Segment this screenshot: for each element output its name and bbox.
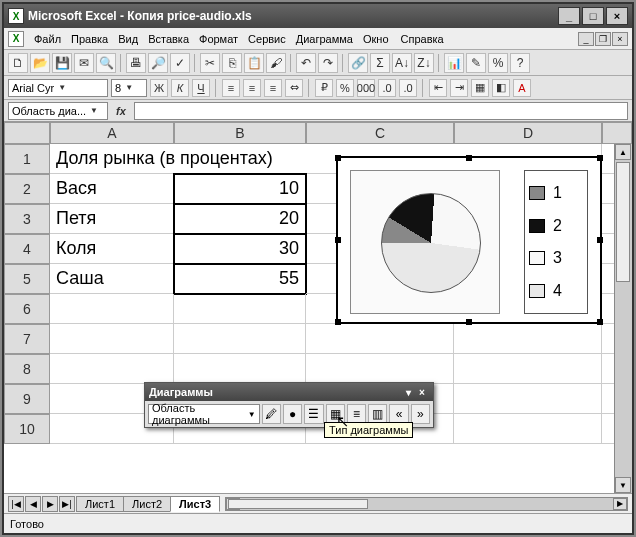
menu-help[interactable]: Справка bbox=[401, 33, 444, 45]
cell-B8[interactable] bbox=[174, 354, 306, 384]
maximize-button[interactable]: □ bbox=[582, 7, 604, 25]
resize-handle[interactable] bbox=[335, 319, 341, 325]
row-header-5[interactable]: 5 bbox=[4, 264, 50, 294]
save-icon[interactable]: 💾 bbox=[52, 53, 72, 73]
menu-view[interactable]: Вид bbox=[118, 33, 138, 45]
spell-icon[interactable]: ✓ bbox=[170, 53, 190, 73]
paste-icon[interactable]: 📋 bbox=[244, 53, 264, 73]
resize-handle[interactable] bbox=[466, 155, 472, 161]
scroll-thumb[interactable] bbox=[228, 499, 368, 509]
menu-edit[interactable]: Правка bbox=[71, 33, 108, 45]
help-icon[interactable]: ? bbox=[510, 53, 530, 73]
name-box[interactable]: Область диа...▼ bbox=[8, 102, 108, 120]
cell-A5[interactable]: Саша bbox=[50, 264, 174, 294]
col-header-A[interactable]: A bbox=[50, 122, 174, 144]
row-header-3[interactable]: 3 bbox=[4, 204, 50, 234]
link-icon[interactable]: 🔗 bbox=[348, 53, 368, 73]
fx-icon[interactable]: fx bbox=[112, 105, 130, 117]
preview-icon[interactable]: 🔎 bbox=[148, 53, 168, 73]
row-header-4[interactable]: 4 bbox=[4, 234, 50, 264]
cell-D9[interactable] bbox=[454, 384, 602, 414]
resize-handle[interactable] bbox=[335, 237, 341, 243]
format-object-icon[interactable]: 🖉 bbox=[262, 404, 281, 424]
cell-B4[interactable]: 30 bbox=[174, 234, 306, 264]
resize-handle[interactable] bbox=[597, 155, 603, 161]
scroll-thumb[interactable] bbox=[616, 162, 630, 282]
cell-D8[interactable] bbox=[454, 354, 602, 384]
row-header-9[interactable]: 9 bbox=[4, 384, 50, 414]
menu-insert[interactable]: Вставка bbox=[148, 33, 189, 45]
copy-icon[interactable]: ⎘ bbox=[222, 53, 242, 73]
align-right-icon[interactable]: ≡ bbox=[264, 79, 282, 97]
menu-tools[interactable]: Сервис bbox=[248, 33, 286, 45]
font-size-combo[interactable]: 8▼ bbox=[111, 79, 147, 97]
row-header-8[interactable]: 8 bbox=[4, 354, 50, 384]
row-header-6[interactable]: 6 bbox=[4, 294, 50, 324]
merge-icon[interactable]: ⇔ bbox=[285, 79, 303, 97]
cell-B6[interactable] bbox=[174, 294, 306, 324]
mdi-close[interactable]: × bbox=[612, 32, 628, 46]
sheet-tab-2[interactable]: Лист2 bbox=[123, 496, 171, 512]
resize-handle[interactable] bbox=[597, 319, 603, 325]
toolbar-close-icon[interactable]: × bbox=[415, 385, 429, 399]
scroll-up-icon[interactable]: ▲ bbox=[615, 144, 631, 160]
comma-icon[interactable]: 000 bbox=[357, 79, 375, 97]
cell-A4[interactable]: Коля bbox=[50, 234, 174, 264]
cell-B3[interactable]: 20 bbox=[174, 204, 306, 234]
by-row-icon[interactable]: ≡ bbox=[347, 404, 366, 424]
sheet-tab-3[interactable]: Лист3 bbox=[170, 496, 220, 512]
currency-icon[interactable]: ₽ bbox=[315, 79, 333, 97]
menu-file[interactable]: Файл bbox=[34, 33, 61, 45]
vertical-scrollbar[interactable]: ▲ ▼ bbox=[614, 144, 632, 493]
cell-C7[interactable] bbox=[306, 324, 454, 354]
pie-chart[interactable] bbox=[381, 193, 481, 293]
sort-desc-icon[interactable]: Z↓ bbox=[414, 53, 434, 73]
row-header-10[interactable]: 10 bbox=[4, 414, 50, 444]
horizontal-scrollbar[interactable]: ◀ ▶ bbox=[225, 497, 628, 511]
sum-icon[interactable]: Σ bbox=[370, 53, 390, 73]
undo-icon[interactable]: ↶ bbox=[296, 53, 316, 73]
cut-icon[interactable]: ✂ bbox=[200, 53, 220, 73]
italic-button[interactable]: К bbox=[171, 79, 189, 97]
format-painter-icon[interactable]: 🖌 bbox=[266, 53, 286, 73]
mail-icon[interactable]: ✉ bbox=[74, 53, 94, 73]
cell-A8[interactable] bbox=[50, 354, 174, 384]
cell-A2[interactable]: Вася bbox=[50, 174, 174, 204]
cell-B5[interactable]: 55 bbox=[174, 264, 306, 294]
menu-format[interactable]: Формат bbox=[199, 33, 238, 45]
col-header-extra[interactable] bbox=[602, 122, 632, 144]
toolbar-options-icon[interactable]: ▾ bbox=[401, 385, 415, 399]
col-header-C[interactable]: C bbox=[306, 122, 454, 144]
angle-cw-icon[interactable]: » bbox=[411, 404, 430, 424]
underline-button[interactable]: Ч bbox=[192, 79, 210, 97]
open-icon[interactable]: 📂 bbox=[30, 53, 50, 73]
inc-indent-icon[interactable]: ⇥ bbox=[450, 79, 468, 97]
col-header-B[interactable]: B bbox=[174, 122, 306, 144]
cell-D10[interactable] bbox=[454, 414, 602, 444]
align-left-icon[interactable]: ≡ bbox=[222, 79, 240, 97]
last-sheet-icon[interactable]: ▶| bbox=[59, 496, 75, 512]
percent-icon[interactable]: % bbox=[336, 79, 354, 97]
scroll-down-icon[interactable]: ▼ bbox=[615, 477, 631, 493]
font-color-icon[interactable]: A bbox=[513, 79, 531, 97]
drawing-icon[interactable]: ✎ bbox=[466, 53, 486, 73]
resize-handle[interactable] bbox=[466, 319, 472, 325]
angle-ccw-icon[interactable]: « bbox=[389, 404, 408, 424]
cell-C8[interactable] bbox=[306, 354, 454, 384]
chart-wizard-icon[interactable]: 📊 bbox=[444, 53, 464, 73]
first-sheet-icon[interactable]: |◀ bbox=[8, 496, 24, 512]
print-icon[interactable]: 🖶 bbox=[126, 53, 146, 73]
bold-button[interactable]: Ж bbox=[150, 79, 168, 97]
cell-A3[interactable]: Петя bbox=[50, 204, 174, 234]
embedded-chart[interactable]: 1 2 3 4 bbox=[336, 156, 602, 324]
resize-handle[interactable] bbox=[335, 155, 341, 161]
by-col-icon[interactable]: ▥ bbox=[368, 404, 387, 424]
chart-type-icon[interactable]: ● bbox=[283, 404, 302, 424]
mdi-minimize[interactable]: _ bbox=[578, 32, 594, 46]
chart-toolbar-title[interactable]: Диаграммы ▾ × bbox=[145, 383, 433, 401]
menu-window[interactable]: Окно bbox=[363, 33, 389, 45]
new-icon[interactable]: 🗋 bbox=[8, 53, 28, 73]
sheet-tab-1[interactable]: Лист1 bbox=[76, 496, 124, 512]
row-header-2[interactable]: 2 bbox=[4, 174, 50, 204]
font-name-combo[interactable]: Arial Cyr▼ bbox=[8, 79, 108, 97]
